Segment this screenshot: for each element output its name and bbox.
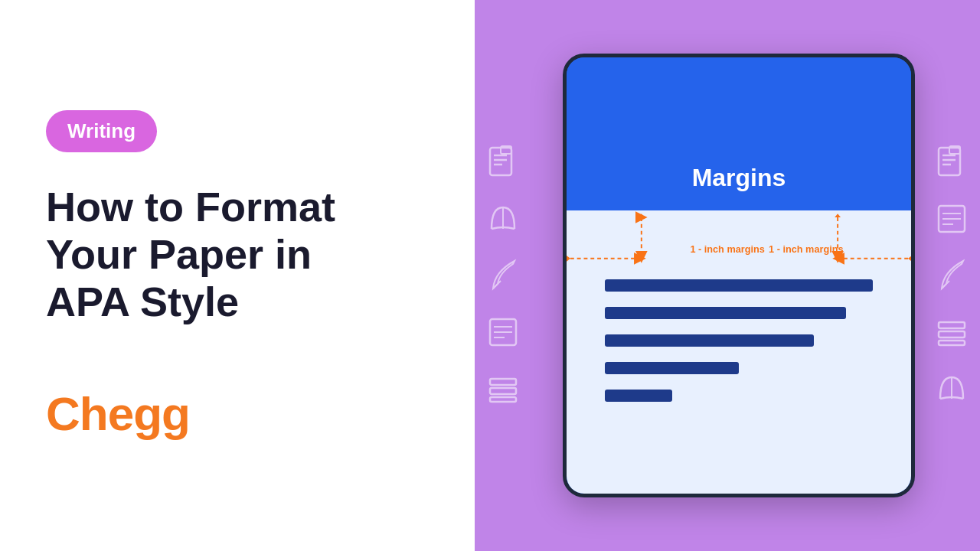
content-line-1: [605, 279, 873, 292]
quill-icon-2: [934, 258, 969, 293]
main-title: How to Format Your Paper in APA Style: [46, 183, 429, 325]
doc-icon-2: [934, 145, 969, 180]
right-icon-column: [934, 145, 969, 406]
book-icon-2: [934, 371, 969, 406]
title-line-2: Your Paper in: [46, 231, 312, 277]
svg-text:1 - inch margins: 1 - inch margins: [769, 243, 843, 255]
right-panel: Margins: [475, 0, 980, 551]
doc-icon-1: [485, 145, 521, 180]
svg-rect-13: [490, 397, 516, 402]
stack-icon-2: [934, 315, 969, 350]
svg-rect-37: [939, 341, 965, 345]
logo-text: Chegg: [46, 387, 190, 440]
card-body: 1 - inch margins 1 - inch margins: [567, 210, 911, 497]
svg-rect-35: [939, 322, 965, 328]
book-icon-1: [485, 201, 521, 236]
content-line-4: [605, 362, 739, 374]
left-panel: Writing How to Format Your Paper in APA …: [0, 0, 475, 551]
writing-badge: Writing: [46, 110, 157, 152]
margins-title: Margins: [692, 164, 786, 192]
svg-text:1 - inch margins: 1 - inch margins: [690, 243, 764, 255]
left-icon-column: [485, 145, 521, 406]
quill-icon-1: [485, 258, 521, 293]
badge-label: Writing: [67, 119, 136, 142]
stack-icon-1: [485, 371, 521, 406]
title-line-3: APA Style: [46, 279, 239, 324]
svg-marker-16: [639, 214, 645, 217]
card-header: Margins: [567, 57, 911, 210]
document-card: Margins: [563, 54, 915, 497]
title-line-1: How to Format: [46, 184, 335, 230]
content-line-2: [605, 307, 846, 319]
lines-icon-2: [934, 201, 969, 236]
lines-icon-1: [485, 315, 521, 350]
svg-rect-12: [490, 388, 516, 394]
content-lines: [597, 279, 880, 402]
svg-rect-11: [490, 379, 516, 385]
content-line-5: [605, 390, 672, 402]
chegg-logo: Chegg: [46, 386, 429, 441]
svg-marker-20: [908, 256, 911, 262]
svg-rect-36: [939, 331, 965, 337]
svg-marker-22: [835, 214, 841, 217]
content-line-3: [605, 334, 814, 347]
svg-marker-18: [567, 256, 570, 262]
